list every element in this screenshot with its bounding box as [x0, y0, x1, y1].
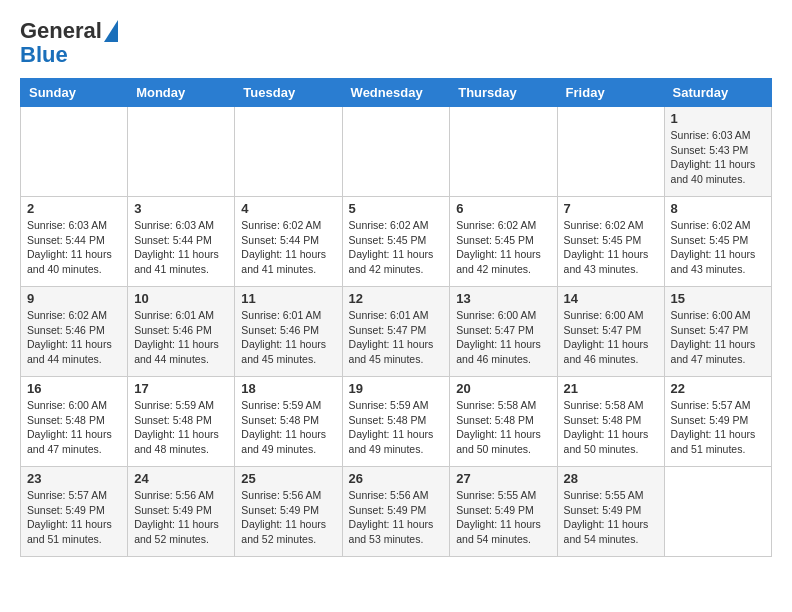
calendar-cell: 17Sunrise: 5:59 AM Sunset: 5:48 PM Dayli… — [128, 377, 235, 467]
day-number: 21 — [564, 381, 658, 396]
calendar-table: SundayMondayTuesdayWednesdayThursdayFrid… — [20, 78, 772, 557]
day-number: 18 — [241, 381, 335, 396]
calendar-header-row: SundayMondayTuesdayWednesdayThursdayFrid… — [21, 79, 772, 107]
day-info: Sunrise: 6:00 AM Sunset: 5:48 PM Dayligh… — [27, 398, 121, 457]
day-number: 13 — [456, 291, 550, 306]
calendar-cell: 18Sunrise: 5:59 AM Sunset: 5:48 PM Dayli… — [235, 377, 342, 467]
day-number: 12 — [349, 291, 444, 306]
calendar-cell — [21, 107, 128, 197]
day-info: Sunrise: 6:00 AM Sunset: 5:47 PM Dayligh… — [671, 308, 765, 367]
calendar-cell — [557, 107, 664, 197]
calendar-cell: 14Sunrise: 6:00 AM Sunset: 5:47 PM Dayli… — [557, 287, 664, 377]
logo-text-general: General — [20, 20, 102, 42]
day-info: Sunrise: 5:56 AM Sunset: 5:49 PM Dayligh… — [349, 488, 444, 547]
day-info: Sunrise: 6:03 AM Sunset: 5:44 PM Dayligh… — [27, 218, 121, 277]
calendar-cell: 6Sunrise: 6:02 AM Sunset: 5:45 PM Daylig… — [450, 197, 557, 287]
week-row-4: 16Sunrise: 6:00 AM Sunset: 5:48 PM Dayli… — [21, 377, 772, 467]
day-header-monday: Monday — [128, 79, 235, 107]
day-info: Sunrise: 5:57 AM Sunset: 5:49 PM Dayligh… — [671, 398, 765, 457]
day-header-wednesday: Wednesday — [342, 79, 450, 107]
day-info: Sunrise: 5:59 AM Sunset: 5:48 PM Dayligh… — [241, 398, 335, 457]
day-info: Sunrise: 5:59 AM Sunset: 5:48 PM Dayligh… — [134, 398, 228, 457]
day-number: 1 — [671, 111, 765, 126]
calendar-cell — [450, 107, 557, 197]
calendar-cell: 28Sunrise: 5:55 AM Sunset: 5:49 PM Dayli… — [557, 467, 664, 557]
day-info: Sunrise: 5:55 AM Sunset: 5:49 PM Dayligh… — [564, 488, 658, 547]
day-number: 16 — [27, 381, 121, 396]
day-number: 10 — [134, 291, 228, 306]
day-number: 8 — [671, 201, 765, 216]
calendar-cell: 15Sunrise: 6:00 AM Sunset: 5:47 PM Dayli… — [664, 287, 771, 377]
day-number: 2 — [27, 201, 121, 216]
calendar-cell: 8Sunrise: 6:02 AM Sunset: 5:45 PM Daylig… — [664, 197, 771, 287]
calendar-cell: 7Sunrise: 6:02 AM Sunset: 5:45 PM Daylig… — [557, 197, 664, 287]
day-info: Sunrise: 6:01 AM Sunset: 5:46 PM Dayligh… — [134, 308, 228, 367]
calendar-cell: 11Sunrise: 6:01 AM Sunset: 5:46 PM Dayli… — [235, 287, 342, 377]
page-header: General Blue — [20, 20, 772, 68]
day-info: Sunrise: 6:02 AM Sunset: 5:46 PM Dayligh… — [27, 308, 121, 367]
logo: General Blue — [20, 20, 118, 68]
day-info: Sunrise: 5:56 AM Sunset: 5:49 PM Dayligh… — [134, 488, 228, 547]
day-number: 11 — [241, 291, 335, 306]
day-number: 19 — [349, 381, 444, 396]
day-info: Sunrise: 6:03 AM Sunset: 5:44 PM Dayligh… — [134, 218, 228, 277]
calendar-cell: 27Sunrise: 5:55 AM Sunset: 5:49 PM Dayli… — [450, 467, 557, 557]
day-number: 22 — [671, 381, 765, 396]
day-number: 6 — [456, 201, 550, 216]
calendar-cell — [664, 467, 771, 557]
day-info: Sunrise: 6:02 AM Sunset: 5:45 PM Dayligh… — [671, 218, 765, 277]
day-info: Sunrise: 5:59 AM Sunset: 5:48 PM Dayligh… — [349, 398, 444, 457]
day-info: Sunrise: 5:57 AM Sunset: 5:49 PM Dayligh… — [27, 488, 121, 547]
calendar-cell: 23Sunrise: 5:57 AM Sunset: 5:49 PM Dayli… — [21, 467, 128, 557]
week-row-1: 1Sunrise: 6:03 AM Sunset: 5:43 PM Daylig… — [21, 107, 772, 197]
day-info: Sunrise: 6:00 AM Sunset: 5:47 PM Dayligh… — [456, 308, 550, 367]
calendar-cell: 12Sunrise: 6:01 AM Sunset: 5:47 PM Dayli… — [342, 287, 450, 377]
calendar-body: 1Sunrise: 6:03 AM Sunset: 5:43 PM Daylig… — [21, 107, 772, 557]
day-number: 15 — [671, 291, 765, 306]
day-number: 9 — [27, 291, 121, 306]
calendar-cell: 26Sunrise: 5:56 AM Sunset: 5:49 PM Dayli… — [342, 467, 450, 557]
day-number: 7 — [564, 201, 658, 216]
day-info: Sunrise: 6:01 AM Sunset: 5:46 PM Dayligh… — [241, 308, 335, 367]
day-number: 24 — [134, 471, 228, 486]
logo-text-blue: Blue — [20, 42, 68, 68]
calendar-cell: 2Sunrise: 6:03 AM Sunset: 5:44 PM Daylig… — [21, 197, 128, 287]
day-info: Sunrise: 6:00 AM Sunset: 5:47 PM Dayligh… — [564, 308, 658, 367]
calendar-cell: 20Sunrise: 5:58 AM Sunset: 5:48 PM Dayli… — [450, 377, 557, 467]
day-header-tuesday: Tuesday — [235, 79, 342, 107]
day-info: Sunrise: 6:02 AM Sunset: 5:45 PM Dayligh… — [456, 218, 550, 277]
calendar-cell: 4Sunrise: 6:02 AM Sunset: 5:44 PM Daylig… — [235, 197, 342, 287]
day-number: 23 — [27, 471, 121, 486]
calendar-cell: 24Sunrise: 5:56 AM Sunset: 5:49 PM Dayli… — [128, 467, 235, 557]
day-number: 27 — [456, 471, 550, 486]
week-row-3: 9Sunrise: 6:02 AM Sunset: 5:46 PM Daylig… — [21, 287, 772, 377]
calendar-cell — [128, 107, 235, 197]
day-number: 20 — [456, 381, 550, 396]
day-number: 3 — [134, 201, 228, 216]
day-info: Sunrise: 6:02 AM Sunset: 5:44 PM Dayligh… — [241, 218, 335, 277]
calendar-cell: 16Sunrise: 6:00 AM Sunset: 5:48 PM Dayli… — [21, 377, 128, 467]
calendar-cell: 10Sunrise: 6:01 AM Sunset: 5:46 PM Dayli… — [128, 287, 235, 377]
day-info: Sunrise: 5:58 AM Sunset: 5:48 PM Dayligh… — [456, 398, 550, 457]
week-row-2: 2Sunrise: 6:03 AM Sunset: 5:44 PM Daylig… — [21, 197, 772, 287]
day-number: 26 — [349, 471, 444, 486]
calendar-cell: 25Sunrise: 5:56 AM Sunset: 5:49 PM Dayli… — [235, 467, 342, 557]
calendar-cell: 13Sunrise: 6:00 AM Sunset: 5:47 PM Dayli… — [450, 287, 557, 377]
day-info: Sunrise: 6:02 AM Sunset: 5:45 PM Dayligh… — [349, 218, 444, 277]
day-header-thursday: Thursday — [450, 79, 557, 107]
day-number: 17 — [134, 381, 228, 396]
calendar-cell: 21Sunrise: 5:58 AM Sunset: 5:48 PM Dayli… — [557, 377, 664, 467]
calendar-cell: 3Sunrise: 6:03 AM Sunset: 5:44 PM Daylig… — [128, 197, 235, 287]
day-info: Sunrise: 6:02 AM Sunset: 5:45 PM Dayligh… — [564, 218, 658, 277]
day-info: Sunrise: 5:56 AM Sunset: 5:49 PM Dayligh… — [241, 488, 335, 547]
calendar-cell — [342, 107, 450, 197]
day-info: Sunrise: 6:03 AM Sunset: 5:43 PM Dayligh… — [671, 128, 765, 187]
calendar-cell: 9Sunrise: 6:02 AM Sunset: 5:46 PM Daylig… — [21, 287, 128, 377]
calendar-cell: 19Sunrise: 5:59 AM Sunset: 5:48 PM Dayli… — [342, 377, 450, 467]
day-number: 28 — [564, 471, 658, 486]
day-info: Sunrise: 5:55 AM Sunset: 5:49 PM Dayligh… — [456, 488, 550, 547]
calendar-cell: 22Sunrise: 5:57 AM Sunset: 5:49 PM Dayli… — [664, 377, 771, 467]
day-number: 25 — [241, 471, 335, 486]
day-info: Sunrise: 5:58 AM Sunset: 5:48 PM Dayligh… — [564, 398, 658, 457]
day-header-saturday: Saturday — [664, 79, 771, 107]
